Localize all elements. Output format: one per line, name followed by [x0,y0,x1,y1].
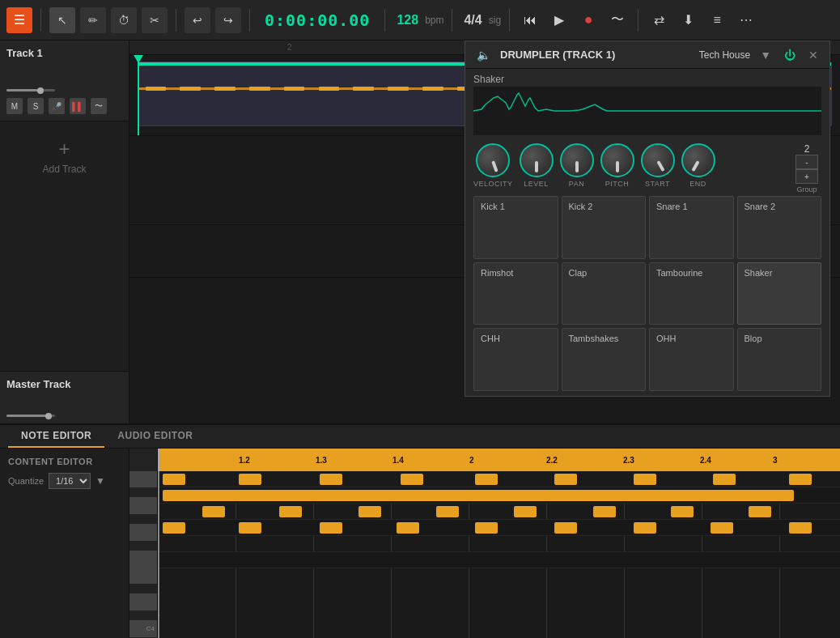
export-button[interactable]: ⬇ [676,8,700,32]
piano-key-eb4[interactable] [129,584,157,594]
ruler-mark-22: 2.2 [546,456,558,465]
piano-key-g4[interactable] [129,525,157,541]
note-4-2[interactable] [239,522,261,534]
note-3-1[interactable] [202,506,225,517]
drum-pad-tambourine[interactable]: Tambourine [649,262,734,325]
note-1-9[interactable] [789,474,812,485]
note-3-3[interactable] [358,506,381,517]
auto-button[interactable]: 〜 [91,98,107,114]
note-1-8[interactable] [713,474,736,485]
piano-key-f4[interactable] [129,551,157,568]
piano-key-e4[interactable] [129,568,157,584]
piano-key-db4[interactable] [129,610,157,621]
piano-key-gb4[interactable] [129,541,157,551]
menu-button[interactable]: ☰ [6,7,32,33]
playhead-triangle [134,55,143,63]
rewind-button[interactable]: ⏮ [518,8,542,32]
solo-button[interactable]: S [28,98,44,114]
loop-button[interactable]: ⇄ [647,8,671,32]
note-3-4[interactable] [436,506,459,517]
drum-pad-kick1[interactable]: Kick 1 [473,196,558,259]
piano-key-c4[interactable]: C4 [129,621,157,637]
cursor-tool-button[interactable]: ↖ [49,7,75,33]
drum-pad-kick2[interactable]: Kick 2 [562,196,647,259]
drumpler-close-button[interactable]: ✕ [805,47,821,63]
note-1-2[interactable] [239,474,261,485]
track-1-volume-thumb[interactable] [37,87,44,94]
note-4-1[interactable] [163,522,185,534]
note-1-3[interactable] [320,474,342,485]
group-minus-button[interactable]: - [795,155,818,169]
note-3-5[interactable] [514,506,537,517]
note-4-6[interactable] [554,522,577,534]
more-button[interactable]: ⋯ [734,8,758,32]
tab-audio-editor[interactable]: AUDIO EDITOR [104,425,206,448]
drum-pad-rimshot[interactable]: Rimshot [473,262,558,325]
note-long[interactable] [163,490,794,501]
mix-button[interactable]: ≡ [705,8,729,32]
piano-key-c5[interactable] [129,471,157,487]
note-4-3[interactable] [320,522,342,534]
pan-knob-group: PAN [560,143,594,188]
note-4-9[interactable] [789,522,812,534]
mic-button[interactable]: 🎤 [49,98,65,114]
note-3-8[interactable] [749,506,771,517]
note-4-8[interactable] [711,522,733,534]
scissors-tool-button[interactable]: ✂ [142,7,168,33]
redo-button[interactable]: ↪ [215,7,241,33]
piano-key-d4[interactable] [129,594,157,610]
mute-button[interactable]: M [6,98,23,114]
note-3-6[interactable] [593,506,616,517]
drum-pad-tambshakes[interactable]: Tambshakes [562,328,647,391]
add-track-button[interactable]: + [58,138,70,160]
add-track-label: Add Track [42,164,86,175]
drum-pad-chh[interactable]: CHH [473,328,558,391]
note-editor[interactable]: 1.2 1.3 1.4 2 2.2 2.3 2.4 3 [158,449,840,638]
group-plus-button[interactable]: + [795,169,818,184]
undo-button[interactable]: ↩ [185,7,210,33]
note-row-4 [158,520,840,536]
drum-pad-ohh[interactable]: OHH [649,328,734,391]
pencil-tool-button[interactable]: ✏ [80,7,106,33]
note-3-2[interactable] [279,506,302,517]
quantize-select[interactable]: 1/16 1/8 1/4 [49,473,91,489]
master-volume-slider[interactable] [6,415,55,417]
drum-pad-clap[interactable]: Clap [562,262,647,325]
drumpler-preset-arrow-button[interactable]: ▼ [757,47,774,63]
drum-pad-tambourine-label: Tambourine [656,268,727,278]
note-1-6[interactable] [554,474,577,485]
piano-key-a4[interactable] [129,498,157,514]
drumpler-power-button[interactable]: ⏻ [781,47,799,63]
drumpler-speaker-button[interactable]: 🔈 [473,47,494,63]
timer-tool-button[interactable]: ⏱ [111,7,137,33]
end-knob[interactable] [681,143,715,177]
pitch-knob-dot [616,161,619,172]
note-3-7[interactable] [671,506,694,517]
track-1-volume-slider[interactable] [6,89,55,91]
start-knob[interactable] [641,143,675,177]
play-button[interactable]: ▶ [547,8,571,32]
track-playhead [138,55,139,135]
velocity-knob[interactable] [476,143,510,177]
tab-note-editor[interactable]: NOTE EDITOR [8,425,104,448]
note-4-4[interactable] [397,522,419,534]
drum-pad-blop[interactable]: Blop [737,328,822,391]
drum-pad-snare2[interactable]: Snare 2 [737,196,822,259]
note-1-5[interactable] [475,474,498,485]
record-button[interactable]: ● [576,8,600,32]
note-4-7[interactable] [634,522,656,534]
eq-button[interactable]: ▌▌ [70,98,86,114]
pitch-knob[interactable] [600,143,634,177]
note-1-7[interactable] [634,474,656,485]
pan-knob[interactable] [560,143,594,177]
master-volume-thumb[interactable] [45,413,52,419]
piano-key-b4[interactable] [129,487,157,498]
wave-button[interactable]: 〜 [605,8,630,32]
note-4-5[interactable] [475,522,498,534]
drum-pad-snare1[interactable]: Snare 1 [649,196,734,259]
note-1-1[interactable] [163,474,185,485]
level-knob[interactable] [520,143,554,177]
piano-key-ab4[interactable] [129,514,157,525]
note-1-4[interactable] [401,474,423,485]
drum-pad-shaker[interactable]: Shaker [737,262,822,325]
